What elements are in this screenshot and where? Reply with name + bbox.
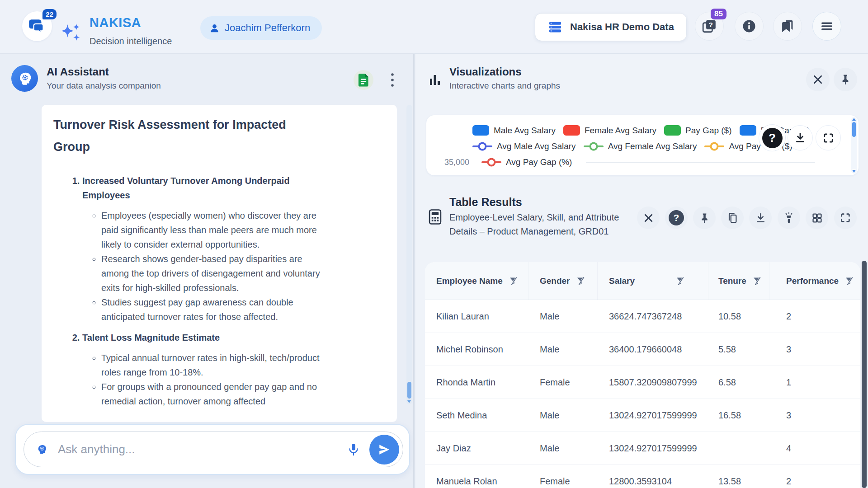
dataset-selector-button[interactable]: Nakisa HR Demo Data	[535, 13, 687, 41]
chart-legend-row-2: Avg Male Avg Salary Avg Female Avg Salar…	[472, 141, 793, 151]
bullet-list: Typical annual turnover rates in high-sk…	[82, 351, 385, 408]
table-fullscreen-button[interactable]	[834, 206, 857, 229]
section-title: Talent Loss Magnitude Estimate	[82, 330, 220, 345]
panel-title: AI Assistant	[47, 66, 109, 78]
list-item: Talent Loss Magnitude Estimate Typical a…	[82, 330, 385, 408]
help-cards-button[interactable]: ? 85	[695, 12, 724, 41]
scroll-down-arrow-icon[interactable]	[852, 170, 856, 173]
question-icon: ?	[762, 128, 783, 148]
table-header-row: Employee Name Gender Salary Tenure Perfo…	[425, 262, 860, 300]
legend-item[interactable]: Avg Female Avg Salary	[584, 141, 697, 151]
message-heading: Turnover Risk Assessment for Impacted Gr…	[53, 114, 320, 158]
table-row: Rhonda Martin Female 15807.320909807999 …	[425, 366, 860, 399]
person-icon	[209, 23, 220, 33]
table-results-subtitle-line2: Details – Product Management, GRD01	[449, 226, 609, 237]
scroll-up-arrow-icon[interactable]	[852, 118, 856, 121]
bullet: For groups with a pronounced gender pay …	[101, 380, 327, 408]
brand-tagline: Decision intelligence	[90, 36, 172, 47]
legend-item[interactable]: Avg Male Avg Salary	[472, 141, 576, 151]
chart-download-button[interactable]	[788, 125, 813, 150]
column-header-salary: Salary	[598, 262, 708, 300]
table-download-button[interactable]	[749, 206, 772, 229]
export-sheet-button[interactable]	[354, 70, 373, 90]
filter-button[interactable]	[844, 276, 854, 286]
green-document-icon	[358, 73, 369, 87]
dataset-name: Nakisa HR Demo Data	[570, 21, 674, 33]
fullscreen-icon	[840, 212, 851, 223]
app-logo-button[interactable]: 22	[22, 11, 52, 41]
user-menu-button[interactable]: Joachim Pefferkorn	[200, 16, 322, 40]
info-icon	[741, 19, 757, 34]
bullet: Typical annual turnover rates in high-sk…	[101, 351, 327, 380]
close-visualizations-button[interactable]	[806, 68, 830, 91]
right-panel-scrollbar[interactable]	[862, 261, 867, 488]
pin-icon	[840, 74, 851, 85]
assistant-scrollbar[interactable]	[406, 105, 412, 404]
ask-input-container	[15, 424, 410, 475]
head-gear-icon	[16, 70, 33, 87]
filter-button[interactable]	[576, 276, 586, 286]
chart-help-button[interactable]: ?	[759, 124, 786, 151]
legend-item[interactable]: Avg Pay Gap (%)	[481, 157, 572, 167]
bullet: Studies suggest pay gap awareness can do…	[101, 295, 327, 324]
scroll-down-arrow-icon[interactable]	[407, 400, 411, 403]
chart-axis-row: 35,000 Avg Pay Gap (%)	[426, 157, 815, 167]
section-title: Increased Voluntary Turnover Among Under…	[82, 174, 311, 202]
microphone-button[interactable]	[347, 443, 360, 456]
table-pin-button[interactable]	[693, 206, 716, 229]
filter-button[interactable]	[675, 276, 685, 286]
question-circle-icon: ?	[669, 210, 684, 225]
table-copy-button[interactable]	[721, 206, 744, 229]
info-button[interactable]	[735, 12, 764, 41]
table-layout-button[interactable]	[806, 206, 828, 229]
user-name: Joachim Pefferkorn	[225, 22, 310, 34]
close-icon	[643, 213, 654, 223]
legend-swatch	[740, 125, 756, 136]
table-row: Kilian Lauran Male 36624.747367248 10.58…	[425, 300, 860, 333]
scrollbar-thumb[interactable]	[852, 122, 856, 137]
filter-button[interactable]	[509, 276, 519, 286]
download-icon	[794, 132, 806, 144]
table-help-button[interactable]: ?	[665, 206, 688, 229]
ask-input[interactable]	[58, 442, 347, 456]
table-close-button[interactable]	[637, 206, 660, 229]
pin-icon	[699, 212, 710, 224]
chart-scrollbar[interactable]	[851, 117, 857, 174]
chart-fullscreen-button[interactable]	[816, 125, 841, 150]
legend-line-marker	[584, 145, 604, 147]
legend-swatch	[563, 125, 580, 136]
visualizations-title: Visualizations	[449, 66, 522, 78]
copy-icon	[726, 212, 738, 224]
table-row: Jay Diaz Male 13024.927017599999 4	[425, 432, 860, 465]
legend-item[interactable]: Female Avg Salary	[563, 125, 656, 136]
ai-assistant-avatar	[11, 65, 38, 92]
assistant-head-icon	[36, 443, 48, 455]
legend-swatch	[664, 125, 681, 136]
column-header-tenure: Tenure	[708, 262, 769, 300]
send-icon	[378, 443, 391, 456]
message-list: Increased Voluntary Turnover Among Under…	[53, 174, 385, 408]
table-results-subtitle-line1: Employee-Level Salary, Skill, and Attrib…	[449, 212, 619, 223]
pin-visualizations-button[interactable]	[834, 68, 857, 91]
grid-icon	[811, 212, 823, 224]
menu-button[interactable]	[812, 12, 841, 41]
assistant-message-card: Turnover Risk Assessment for Impacted Gr…	[42, 105, 397, 422]
filter-button[interactable]	[752, 276, 762, 286]
bullet: Research shows gender-based pay disparit…	[101, 252, 327, 295]
legend-item[interactable]: Pay Gap ($)	[664, 125, 731, 136]
scrollbar-thumb[interactable]	[407, 382, 411, 399]
table-highlight-button[interactable]	[778, 206, 800, 229]
results-table: Employee Name Gender Salary Tenure Perfo…	[425, 262, 860, 488]
table-row: Manuela Rolan Female 12800.3593104 13.58…	[425, 465, 860, 488]
legend-item[interactable]: Male Avg Salary	[472, 125, 556, 136]
send-button[interactable]	[369, 435, 399, 465]
help-badge: 85	[711, 9, 726, 19]
svg-text:?: ?	[709, 21, 713, 28]
hamburger-menu-icon	[820, 19, 834, 33]
ask-input-field-wrap	[24, 432, 403, 467]
chart-gridline	[586, 162, 815, 163]
panel-options-button[interactable]	[383, 71, 401, 89]
bookmarks-button[interactable]	[773, 12, 802, 41]
bar-chart-icon	[429, 73, 442, 87]
bullet-list: Employees (especially women) who discove…	[82, 208, 385, 324]
